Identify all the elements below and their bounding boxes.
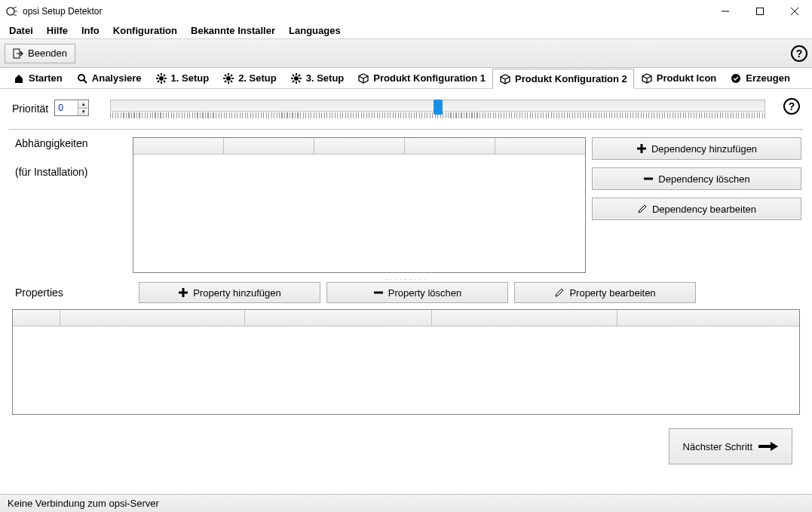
menu-languages[interactable]: Languages [283,23,347,38]
prop-header-3[interactable] [245,310,432,327]
pencil-icon [554,287,565,298]
svg-line-16 [164,75,165,76]
priority-spinner[interactable]: ▲ ▼ [54,100,89,116]
priority-help-button[interactable]: ? [783,98,800,115]
box-icon [641,72,653,84]
svg-line-14 [164,81,165,82]
tab-analysiere[interactable]: Analysiere [69,68,149,88]
pencil-icon [637,204,648,214]
dependencies-table[interactable] [133,137,586,273]
prop-header-2[interactable] [60,310,245,327]
spinner-up[interactable]: ▲ [78,100,88,109]
menubar: Datei Hilfe Info Konfiguration Bekannte … [0,23,812,39]
svg-line-13 [158,75,159,76]
dependency-remove-button[interactable]: Dependency löschen [592,167,801,190]
help-button[interactable]: ? [791,45,807,62]
prop-header-5[interactable] [617,310,799,327]
window-title: opsi Setup Detektor [23,6,102,17]
spinner-down[interactable]: ▼ [78,109,88,116]
box-icon [357,72,369,84]
window-titlebar: opsi Setup Detektor [0,0,812,23]
app-icon [6,5,18,17]
prop-header-4[interactable] [432,310,617,327]
tab-starten[interactable]: Starten [6,68,69,88]
minus-icon [373,287,384,298]
tab-setup3[interactable]: 3. Setup [283,68,351,88]
dep-header-3[interactable] [314,138,405,155]
dep-header-4[interactable] [405,138,495,155]
tab-erzeugen[interactable]: Erzeugen [723,68,797,88]
splitter[interactable]: · · · · · · · · · [9,276,803,282]
property-edit-button[interactable]: Property bearbeiten [514,282,696,303]
svg-line-34 [299,75,300,76]
exit-icon [13,48,23,59]
menu-bekannte-installer[interactable]: Bekannte Installer [185,23,281,38]
gear-icon [155,72,167,84]
properties-table[interactable] [12,309,800,415]
dependencies-subtitle: (für Installation) [15,166,127,178]
minus-icon [643,173,654,184]
plus-icon [178,287,188,298]
svg-point-0 [7,8,14,15]
dependencies-title: Abhängigkeiten [15,137,127,149]
svg-line-31 [293,75,294,76]
plus-icon [636,143,647,154]
beenden-button[interactable]: Beenden [5,44,75,63]
statusbar: Keine Verbindung zum opsi-Server [0,494,812,512]
gear-icon [290,72,302,84]
prop-header-1[interactable] [13,310,60,327]
priority-row: Priorität ▲ ▼ ? [9,94,803,129]
close-button[interactable] [777,0,812,23]
svg-line-7 [84,80,87,83]
next-step-button[interactable]: Nächster Schritt [669,428,792,464]
svg-line-32 [299,81,300,82]
dependencies-section: Abhängigkeiten (für Installation) Depend… [9,129,803,276]
tab-bar: Starten Analysiere 1. Setup 2. Setup 3. … [0,68,812,89]
check-circle-icon [730,72,742,84]
svg-line-22 [225,75,226,76]
dependency-add-button[interactable]: Dependency hinzufügen [592,137,801,160]
menu-hilfe[interactable]: Hilfe [41,23,74,38]
svg-point-8 [159,76,164,81]
property-add-button[interactable]: Property hinzufügen [139,282,320,303]
tab-produkt-icon[interactable]: Produkt Icon [634,68,723,88]
properties-title: Properties [15,287,133,299]
arrow-right-icon [758,441,778,452]
maximize-button[interactable] [743,0,777,23]
properties-section: Properties Property hinzufügen Property … [9,282,803,303]
magnifier-icon [76,72,88,84]
svg-line-23 [231,81,232,82]
svg-line-15 [158,81,159,82]
box-icon [499,73,511,85]
tab-produkt-konfiguration-2[interactable]: Produkt Konfiguration 2 [492,69,634,89]
priority-input[interactable] [55,100,78,115]
svg-line-33 [293,81,294,82]
svg-point-17 [226,76,231,81]
tab-produkt-konfiguration-1[interactable]: Produkt Konfiguration 1 [351,68,492,88]
beenden-label: Beenden [28,48,67,59]
svg-point-6 [78,75,84,81]
menu-konfiguration[interactable]: Konfiguration [107,23,183,38]
menu-datei[interactable]: Datei [3,23,39,38]
priority-label: Priorität [12,100,48,115]
dep-header-2[interactable] [224,138,314,155]
home-icon [13,72,25,84]
slider-thumb[interactable] [434,100,443,115]
dependency-edit-button[interactable]: Dependency bearbeiten [592,198,801,220]
priority-slider[interactable] [110,100,765,112]
property-remove-button[interactable]: Property löschen [326,282,508,303]
svg-line-25 [231,75,232,76]
toolbar: Beenden ? [0,39,812,68]
tab-setup2[interactable]: 2. Setup [216,68,283,88]
svg-line-24 [225,81,226,82]
status-text: Keine Verbindung zum opsi-Server [8,498,159,509]
dep-header-1[interactable] [133,138,224,155]
tab-setup1[interactable]: 1. Setup [149,68,216,88]
gear-icon [222,72,234,84]
minimize-button[interactable] [708,0,743,23]
dep-header-5[interactable] [495,138,585,155]
svg-point-26 [294,76,299,81]
menu-info[interactable]: Info [75,23,106,38]
svg-rect-2 [757,8,764,14]
